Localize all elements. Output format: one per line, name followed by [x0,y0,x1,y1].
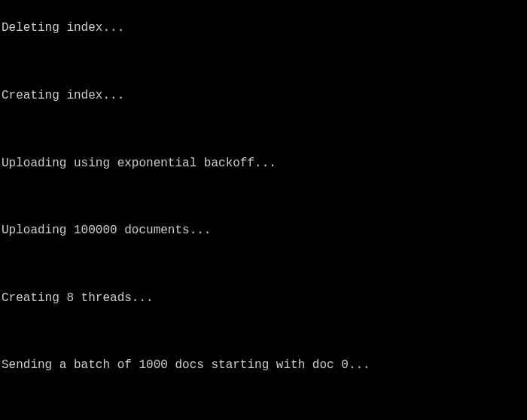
terminal-line: Sending a batch of 1000 docs starting wi… [2,357,525,373]
terminal-line: Deleting index... [2,20,525,36]
terminal-line [2,256,525,272]
terminal-line: Uploading using exponential backoff... [2,155,525,172]
terminal-line [2,391,525,407]
terminal-line [2,121,525,138]
terminal-line [2,188,525,205]
terminal-output: Deleting index... Creating index... Uplo… [2,3,525,420]
terminal-line: Uploading 100000 documents... [2,222,525,239]
terminal-line [2,53,525,70]
terminal-line: Creating 8 threads... [2,290,525,306]
terminal-line: Creating index... [2,87,525,104]
terminal-line [2,323,525,339]
